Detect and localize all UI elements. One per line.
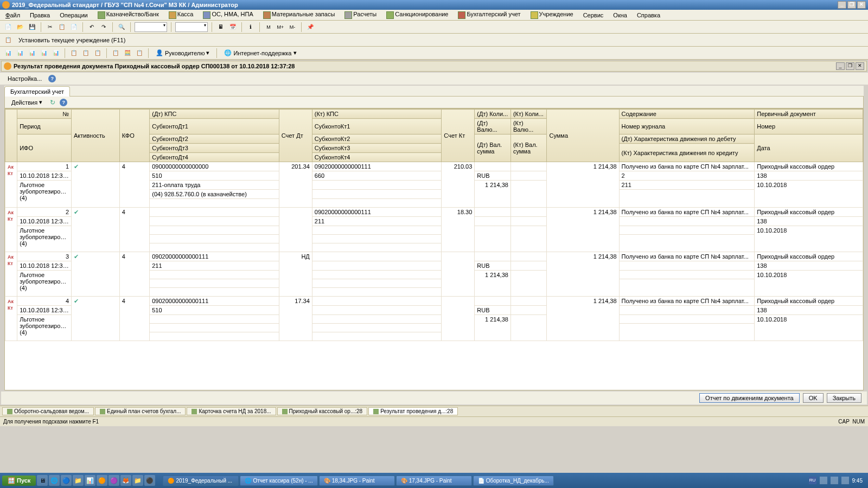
col-activity[interactable]: Активность [72, 110, 120, 162]
institution-icon-button[interactable]: 📋 [3, 35, 13, 45]
tab-accounting[interactable]: Бухгалтерский учет [4, 86, 70, 97]
col-kt-sum[interactable]: (Кт) Вал. сумма [510, 134, 547, 162]
col-icon[interactable] [5, 110, 17, 162]
undo-button[interactable]: ↶ [87, 22, 97, 32]
data-grid[interactable]: № Активность КФО (Дт) КПС Счет Дт (Кт) К… [4, 108, 864, 390]
help-icon[interactable]: ? [48, 75, 56, 82]
menu-materials[interactable]: Материальные запасы [261, 10, 337, 20]
pin-button[interactable]: 📌 [305, 22, 315, 32]
task-1c[interactable]: 🟠 2019_Федеральный ... [163, 476, 239, 486]
col-sub-kt1[interactable]: СубконтоКт1 [312, 119, 442, 134]
close-doc-button[interactable]: Закрыть [827, 393, 861, 403]
tb3-3[interactable]: 📊 [27, 48, 37, 58]
refresh-icon[interactable]: ↻ [49, 99, 56, 106]
maximize-button[interactable]: ❐ [847, 1, 856, 9]
actions-button[interactable]: Действия ▾ [8, 98, 46, 107]
col-sum[interactable]: Сумма [547, 110, 619, 162]
btab-3[interactable]: Приходный кассовый ор...:28 [277, 407, 368, 415]
menu-cash[interactable]: Касса [167, 10, 196, 20]
ql-app5[interactable]: 📁 [132, 475, 143, 486]
col-dt-kps[interactable]: (Дт) КПС [150, 110, 279, 119]
col-acc-kt[interactable]: Счет Кт [442, 110, 475, 162]
btab-1[interactable]: Единый план счетов бухгал... [95, 407, 186, 415]
menu-edit[interactable]: Правка [28, 11, 52, 20]
col-period[interactable]: Период [17, 119, 72, 134]
ql-app2[interactable]: 🟠 [97, 475, 107, 486]
menu-service[interactable]: Сервис [581, 11, 606, 20]
menu-institution[interactable]: Учреждение [528, 10, 576, 20]
col-prim-doc[interactable]: Первичный документ [755, 110, 863, 119]
col-kt-qty[interactable]: (Кт) Коли... [510, 110, 547, 119]
task-paint2[interactable]: 🎨 17,34.JPG - Paint [396, 476, 472, 486]
ql-ie[interactable]: 🌐 [49, 475, 60, 486]
tb3-6[interactable]: 📋 [69, 48, 79, 58]
menu-treasury[interactable]: Казначейство/Банк [95, 10, 161, 20]
tb3-2[interactable]: 📊 [15, 48, 25, 58]
dropdown-1[interactable] [135, 22, 167, 32]
col-dt-cur[interactable]: (Дт) Валю... [475, 119, 511, 134]
ql-app6[interactable]: ⚫ [144, 475, 155, 486]
col-sub-kt2[interactable]: СубконтоКт2 [312, 134, 442, 144]
btab-0[interactable]: Оборотно-сальдовая ведом... [2, 407, 94, 415]
copy-button[interactable]: 📋 [57, 22, 67, 32]
ql-app4[interactable]: 🦊 [120, 475, 131, 486]
settings-button[interactable]: Настройка... [4, 74, 45, 83]
tray-lang-icon[interactable]: RU [809, 477, 816, 484]
col-sub-dt1[interactable]: СубконтоДт1 [150, 119, 279, 134]
task-oborotka[interactable]: 📄 Оборотка_НД_декабрь... [473, 476, 554, 486]
cut-button[interactable]: ✂ [45, 22, 55, 32]
menu-sanctions[interactable]: Санкционирование [384, 10, 450, 20]
minimize-button[interactable]: _ [838, 1, 846, 9]
ql-app3[interactable]: 🟣 [108, 475, 119, 486]
m-minus-button[interactable]: M- [288, 22, 297, 32]
doc-minimize-button[interactable]: _ [836, 62, 845, 70]
col-kt-char[interactable]: (Кт) Характеристика движения по кредиту [619, 144, 755, 162]
open-button[interactable]: 📂 [15, 22, 25, 32]
m-button[interactable]: M [264, 22, 273, 32]
col-dt-qty[interactable]: (Дт) Коли... [475, 110, 511, 119]
tb3-9[interactable]: 📋 [111, 48, 120, 58]
col-dt-char[interactable]: (Дт) Характеристика движения по дебету [619, 134, 755, 144]
ql-chrome[interactable]: 🔵 [61, 475, 72, 486]
menu-calculations[interactable]: Расчеты [342, 10, 379, 20]
col-prim-num[interactable]: Номер [755, 119, 863, 134]
tb3-5[interactable]: 📊 [51, 48, 61, 58]
col-ifo[interactable]: ИФО [17, 134, 72, 162]
menu-os[interactable]: ОС, НМА, НПА [201, 10, 255, 20]
m-plus-button[interactable]: M+ [276, 22, 285, 32]
col-sub-kt3[interactable]: СубконтоКт3 [312, 144, 442, 153]
calc-button[interactable]: 🖩 [216, 22, 226, 32]
tray-icon-3[interactable] [841, 477, 849, 484]
col-dt-sum[interactable]: (Дт) Вал. сумма [475, 134, 511, 162]
doc-maximize-button[interactable]: ❐ [846, 62, 854, 70]
save-button[interactable]: 💾 [27, 22, 37, 32]
report-button[interactable]: Отчет по движениям документа [699, 393, 800, 403]
paste-button[interactable]: 📄 [69, 22, 79, 32]
menu-file[interactable]: Файл [3, 11, 22, 20]
menu-help[interactable]: Справка [635, 11, 662, 20]
btab-4[interactable]: Результат проведения д...:28 [368, 407, 458, 415]
task-paint1[interactable]: 🎨 18,34.JPG - Paint [319, 476, 395, 486]
grid-help-icon[interactable]: ? [60, 99, 67, 106]
find-button[interactable]: 🔍 [117, 22, 126, 32]
tb3-4[interactable]: 📊 [39, 48, 49, 58]
col-number[interactable]: № [17, 110, 72, 119]
tray-clock[interactable]: 9:45 [852, 478, 863, 484]
close-button[interactable]: ✕ [857, 1, 866, 9]
col-acc-dt[interactable]: Счет Дт [279, 110, 312, 162]
doc-close-button[interactable]: ✕ [856, 62, 864, 70]
new-button[interactable]: 📄 [3, 22, 13, 32]
tray-icon-1[interactable] [820, 477, 827, 484]
task-report[interactable]: 🌐 Отчет кассира (52н) - ... [240, 476, 317, 486]
col-sub-kt4[interactable]: СубконтоКт4 [312, 153, 442, 162]
manager-button[interactable]: 👤 Руководителю ▾ [152, 48, 213, 57]
menu-windows[interactable]: Окна [611, 11, 629, 20]
col-journal[interactable]: Номер журнала [619, 119, 755, 134]
ql-files[interactable]: 📁 [73, 475, 84, 486]
tb3-1[interactable]: 📊 [3, 48, 13, 58]
set-institution-button[interactable]: Установить текущее учреждение (F11) [15, 36, 129, 44]
col-content[interactable]: Содержание [619, 110, 755, 119]
col-kt-cur[interactable]: (Кт) Валю... [510, 119, 547, 134]
ok-button[interactable]: OK [803, 393, 824, 403]
support-button[interactable]: 🌐 Интернет-поддержка ▾ [221, 48, 299, 57]
